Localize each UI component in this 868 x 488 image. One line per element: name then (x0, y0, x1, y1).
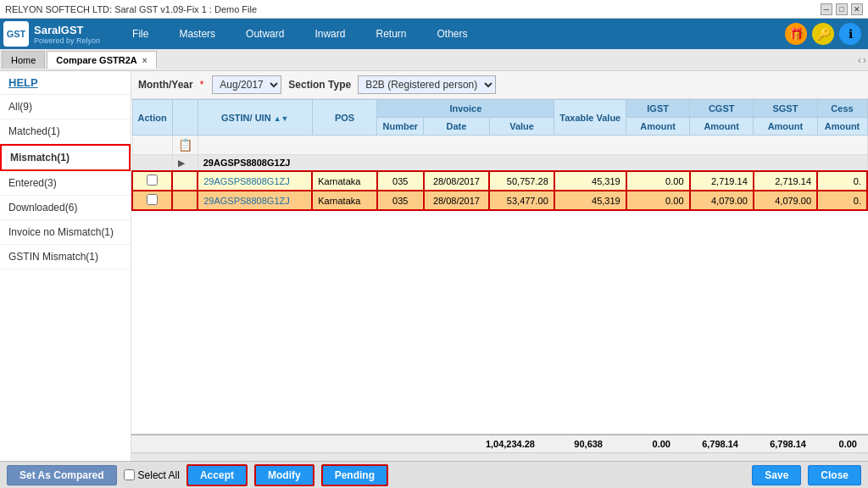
title-bar: RELYON SOFTECH LTD: Saral GST v1.09-Fix … (0, 0, 868, 19)
tab-navigation: ‹ › (858, 54, 866, 66)
th-date: Date (424, 118, 490, 136)
icon-row: 📋 (132, 136, 867, 155)
row1-number: 035 (377, 171, 424, 191)
sidebar-item-downloaded[interactable]: Downloaded(6) (0, 196, 131, 220)
summary-igst: 0.00 (606, 439, 674, 449)
menu-items: File Masters Outward Inward Return Other… (117, 19, 785, 49)
row1-value: 50,757.28 (489, 171, 554, 191)
menu-return[interactable]: Return (360, 19, 421, 49)
maximize-button[interactable]: □ (836, 3, 848, 15)
pending-button[interactable]: Pending (321, 464, 388, 486)
key-icon[interactable]: 🔑 (812, 23, 834, 45)
th-cgst-group: CGST (690, 100, 754, 118)
minimize-button[interactable]: ─ (821, 3, 832, 15)
content-area: Month/Year * Aug/2017 Section Type B2B (… (131, 71, 868, 461)
close-button[interactable]: Close (808, 465, 861, 485)
menu-masters[interactable]: Masters (164, 19, 231, 49)
modify-button[interactable]: Modify (254, 464, 314, 486)
tab-close-icon[interactable]: × (142, 56, 147, 65)
sidebar-item-mismatch[interactable]: Mismatch(1) (0, 144, 131, 171)
table-icon: 📋 (178, 138, 192, 152)
menu-bar: GST SaralGST Powered by Relyon File Mast… (0, 19, 868, 49)
section-type-select[interactable]: B2B (Registered person) (358, 75, 496, 94)
row2-value: 53,477.00 (489, 191, 554, 210)
menu-right-icons: 🎁 🔑 ℹ (785, 23, 861, 45)
horizontal-scrollbar[interactable] (131, 452, 868, 461)
menu-file[interactable]: File (117, 19, 164, 49)
row1-cess: 0. (817, 171, 867, 191)
section-type-label: Section Type (288, 79, 351, 91)
th-taxable-value: Taxable Value (554, 100, 626, 136)
th-cess-group: Cess (817, 100, 867, 118)
summary-taxable: 90,638 (538, 439, 606, 449)
month-year-select[interactable]: Aug/2017 (212, 75, 281, 94)
row1-gstin: 29AGSPS8808G1ZJ (198, 171, 312, 191)
month-year-required: * (200, 79, 204, 91)
set-as-compared-button[interactable]: Set As Compared (7, 465, 117, 485)
tab-home[interactable]: Home (2, 51, 45, 69)
logo-name: SaralGST (34, 24, 100, 36)
window-controls: ─ □ ✕ (821, 3, 863, 15)
menu-others[interactable]: Others (422, 19, 483, 49)
row1-sgst: 2,719.14 (754, 171, 817, 191)
th-invoice-group: Invoice (377, 100, 554, 118)
sidebar-item-all[interactable]: All(9) (0, 95, 131, 119)
table-container: Action GSTIN/ UIN ▲▼ POS Invoice Taxable… (131, 99, 868, 434)
row2-pos: Karnataka (312, 191, 377, 210)
group-row: ▶ 29AGSPS8808G1ZJ (132, 155, 867, 172)
th-gstin[interactable]: GSTIN/ UIN ▲▼ (198, 100, 312, 136)
sidebar: HELP All(9) Matched(1) Mismatch(1) Enter… (0, 71, 131, 461)
row1-taxable: 45,319 (554, 171, 626, 191)
th-pos: POS (312, 100, 377, 136)
main-layout: HELP All(9) Matched(1) Mismatch(1) Enter… (0, 71, 868, 461)
close-window-button[interactable]: ✕ (851, 3, 863, 15)
row2-taxable: 45,319 (554, 191, 626, 210)
sidebar-item-entered[interactable]: Entered(3) (0, 171, 131, 196)
gift-icon[interactable]: 🎁 (785, 23, 807, 45)
th-action: Action (132, 100, 172, 136)
bottom-bar: Set As Compared Select All Accept Modify… (0, 461, 868, 488)
th-expand (172, 100, 198, 136)
summary-cgst: 6,798.14 (674, 439, 742, 449)
row2-checkbox[interactable] (147, 194, 158, 205)
row2-cgst: 4,079.00 (690, 191, 754, 210)
sort-gstin-icon[interactable]: ▲▼ (274, 114, 289, 123)
select-all-text: Select All (138, 469, 180, 481)
tab-prev-icon[interactable]: ‹ (858, 54, 861, 66)
month-year-label: Month/Year (138, 79, 193, 91)
table-row: 29AGSPS8808G1ZJ Karnataka 035 28/08/2017… (132, 171, 867, 191)
row1-igst: 0.00 (626, 171, 690, 191)
row2-gstin: 29AGSPS8808G1ZJ (198, 191, 312, 210)
tab-bar: Home Compare GSTR2A × ‹ › (0, 49, 868, 71)
row1-checkbox[interactable] (147, 175, 158, 186)
row1-cgst: 2,719.14 (690, 171, 754, 191)
sidebar-item-invoice-mismatch[interactable]: Invoice no Mismatch(1) (0, 220, 131, 245)
summary-sgst: 6,798.14 (742, 439, 810, 449)
sidebar-item-matched[interactable]: Matched(1) (0, 119, 131, 144)
th-sgst-amount: Amount (754, 118, 817, 136)
sidebar-item-gstin-mismatch[interactable]: GSTIN Mismatch(1) (0, 245, 131, 269)
app-title: RELYON SOFTECH LTD: Saral GST v1.09-Fix … (5, 4, 257, 14)
select-all-checkbox[interactable] (124, 469, 135, 480)
th-cgst-amount: Amount (690, 118, 754, 136)
tab-compare-gstr2a[interactable]: Compare GSTR2A × (47, 51, 156, 69)
accept-button[interactable]: Accept (186, 464, 248, 486)
sidebar-help[interactable]: HELP (0, 71, 131, 95)
th-sgst-group: SGST (754, 100, 817, 118)
toolbar: Month/Year * Aug/2017 Section Type B2B (… (131, 71, 868, 99)
summary-cess: 0.00 (810, 439, 860, 449)
menu-inward[interactable]: Inward (299, 19, 360, 49)
logo: GST SaralGST Powered by Relyon (3, 21, 100, 47)
th-value: Value (489, 118, 554, 136)
summary-row: 1,04,234.28 90,638 0.00 6,798.14 6,798.1… (131, 434, 868, 452)
row2-date: 28/08/2017 (424, 191, 490, 210)
menu-outward[interactable]: Outward (231, 19, 299, 49)
data-table: Action GSTIN/ UIN ▲▼ POS Invoice Taxable… (131, 99, 868, 211)
logo-text-area: SaralGST Powered by Relyon (34, 24, 100, 45)
save-button[interactable]: Save (752, 465, 801, 485)
info-icon[interactable]: ℹ (839, 23, 861, 45)
tab-next-icon[interactable]: › (863, 54, 866, 66)
th-number: Number (377, 118, 424, 136)
expand-icon[interactable]: ▶ (172, 155, 198, 172)
row2-sgst: 4,079.00 (754, 191, 817, 210)
